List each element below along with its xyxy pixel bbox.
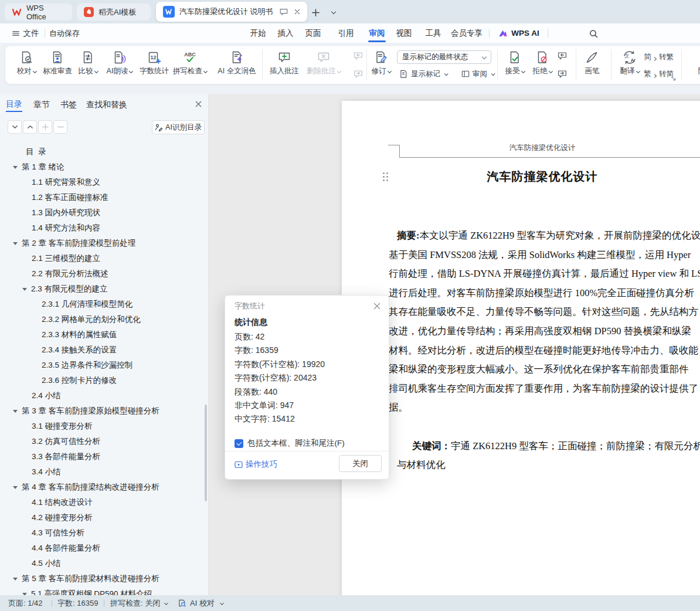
expand-down-button[interactable] [8,120,22,134]
word-count-button[interactable]: 12 字数统计 [135,48,174,82]
toc-item[interactable]: 2.4 小结 [0,388,208,403]
review-pane-button[interactable]: 审阅 [461,69,495,79]
toc-item[interactable]: 第 3 章 客车前防撞梁原始模型碰撞分析 [0,403,208,419]
toc-item[interactable]: 1.3 国内外研究现状 [0,205,208,220]
document-body-text[interactable]: 摘要:本文以宇通 ZK6122H9 型客车为研究对象，开展前防撞梁的优化设基于美… [389,226,700,475]
toc-collapse-caret-icon[interactable] [13,242,18,245]
toc-item[interactable]: 1.1 研究背景和意义 [0,175,208,190]
tab-list-dropdown-icon[interactable] [327,6,340,19]
toc-item[interactable]: 第 5 章 客车前防撞梁材料改进碰撞分析 [0,571,208,586]
sidebar-tab-chapters[interactable]: 章节 [33,98,50,112]
menu-7[interactable]: 工具 [423,23,443,43]
tips-link[interactable]: 操作技巧 [235,459,277,470]
sidebar-scrollbar[interactable] [205,405,207,501]
accept-button[interactable]: 接受 [501,48,529,82]
to-traditional-button[interactable]: 简 转繁 [644,52,674,62]
window-tab-bar: WPS Office 稻壳AI模板 汽车防撞梁优化设计 说明书 [0,0,700,23]
wps-ai-button[interactable]: WPS AI [496,23,542,43]
tab-docer-templates[interactable]: 稻壳AI模板 [77,4,151,21]
toc-item[interactable]: 2.3.4 接触关系的设置 [0,342,208,358]
close-dialog-icon[interactable] [373,302,381,310]
menu-3[interactable]: 页面 [303,23,323,43]
sidebar-tab-find-replace[interactable]: 查找和替换 [86,98,127,112]
toc-item[interactable]: 1.2 客车正面碰撞标准 [0,190,208,205]
spell-check-status[interactable]: 拼写检查: 关闭 [110,595,168,611]
word-count-indicator[interactable]: 字数: 16359 [57,595,98,611]
toc-item[interactable]: 5.1 高强度双相钢 DP590 材料介绍 [0,586,208,595]
toc-collapse-caret-icon[interactable] [13,166,18,169]
toc-item[interactable]: 2.3.3 材料的属性赋值 [0,327,208,342]
translate-button[interactable]: 文A 翻译 [614,48,645,82]
restrict-editing-button[interactable]: 限制 [685,48,700,82]
close-button[interactable]: 关闭 [339,455,382,472]
proofread-button[interactable]: 校对 [9,48,43,82]
include-footnotes-checkbox[interactable]: 包括文本框、脚注和尾注(F) [235,438,345,449]
toc-item[interactable]: 3.2 仿真可信性分析 [0,434,208,449]
page-indicator[interactable]: 页面: 1/42 [8,595,43,611]
toc-item[interactable]: 第 1 章 绪论 [0,159,208,175]
close-sidebar-icon[interactable] [194,100,203,108]
svg-text:A: A [630,57,634,63]
insert-comment-button[interactable]: 插入批注 [266,48,303,82]
toc-item[interactable]: 2.3.5 边界条件和沙漏控制 [0,358,208,373]
next-change-button[interactable] [556,67,569,80]
toc-item[interactable]: 2.3.2 网格单元的划分和优化 [0,312,208,327]
track-changes-button[interactable]: 修订 [368,48,394,82]
toc-collapse-caret-icon[interactable] [13,486,18,489]
ink-brush-button[interactable]: 画笔 [578,48,606,82]
toc-item[interactable]: 1.4 研究方法和内容 [0,220,208,236]
toc-item[interactable]: 第 4 章 客车前防撞梁结构改进碰撞分析 [0,480,208,495]
show-markup-button[interactable]: 显示标记 [399,69,448,79]
toc-item[interactable]: 3.4 小结 [0,464,208,480]
toc-item[interactable]: 2.3.6 控制卡片的修改 [0,373,208,388]
menu-4[interactable]: 引用 [336,23,356,43]
next-comment-button [352,67,365,80]
standard-review-button[interactable]: 标准审查 [39,48,76,82]
toc-item[interactable]: 4.2 碰撞变形分析 [0,510,208,525]
markup-state-dropdown[interactable]: 显示标记的最终状态 [397,50,491,64]
toc-item[interactable]: 2.1 三维模型的建立 [0,251,208,266]
toc-collapse-caret-icon[interactable] [22,288,27,291]
menu-5[interactable]: 审阅 [367,23,387,43]
ai-read-aloud-button[interactable]: AI朗读 [100,48,140,82]
collapse-up-button[interactable] [23,120,37,134]
stat-row: 页数: 42 [235,330,325,344]
toc-item[interactable]: 3.1 碰撞变形分析 [0,419,208,434]
toc-item[interactable]: 4.3 可信性分析 [0,525,208,541]
menu-6[interactable]: 视图 [394,23,414,43]
sidebar-tab-bookmarks[interactable]: 书签 [60,98,77,112]
search-icon[interactable] [587,28,599,39]
menu-8[interactable]: 会员专享 [447,23,486,43]
toc-item[interactable]: 4.1 结构改进设计 [0,495,208,510]
ai-recognize-toc-button[interactable]: AI识别目录 [152,120,205,134]
menu-1[interactable]: 开始 [248,23,268,43]
sidebar-tab-contents[interactable]: 目录 [6,98,22,112]
document-title[interactable]: 汽车防撞梁优化设计 [389,169,696,185]
file-menu[interactable]: 文件 [8,23,42,43]
tab-document[interactable]: 汽车防撞梁优化设计 说明书 [156,2,307,22]
toc-list: 第 1 章 绪论1.1 研究背景和意义1.2 客车正面碰撞标准1.3 国内外研究… [0,159,208,595]
tab-wps-office[interactable]: WPS Office [5,4,72,21]
reject-button[interactable]: 拒绝 [528,48,556,82]
toc-item[interactable]: 第 2 章 客车前防撞梁模型前处理 [0,236,208,251]
close-tab-icon[interactable] [293,8,301,16]
ai-proofread-status[interactable]: AI 校对 [178,595,223,611]
ai-polish-button[interactable]: AI 全文润色 [210,48,264,82]
toc-item[interactable]: 2.3.1 几何清理和模型简化 [0,297,208,312]
checkbox-checked-icon[interactable] [235,439,243,448]
toc-item[interactable]: 4.5 小结 [0,556,208,571]
new-tab-button[interactable] [309,6,322,19]
toc-collapse-caret-icon[interactable] [13,578,18,581]
toc-item[interactable]: 2.3 有限元模型的建立 [0,281,208,297]
menu-2[interactable]: 插入 [276,23,295,43]
toc-collapse-caret-icon[interactable] [13,410,18,413]
toc-item[interactable]: 4.4 各部件能量分析 [0,541,208,556]
previous-change-button[interactable] [556,49,569,62]
ai-read-aloud-icon [112,50,127,65]
toc-item[interactable]: 3.3 各部件能量分析 [0,449,208,464]
dialog-launcher-icon[interactable] [670,74,678,83]
spell-check-button[interactable]: ABC 拼写检查 [169,48,211,82]
paragraph-drag-handle-icon[interactable] [383,172,388,181]
chat-bubble-icon[interactable] [279,7,288,16]
toc-item[interactable]: 2.2 有限元分析法概述 [0,266,208,281]
